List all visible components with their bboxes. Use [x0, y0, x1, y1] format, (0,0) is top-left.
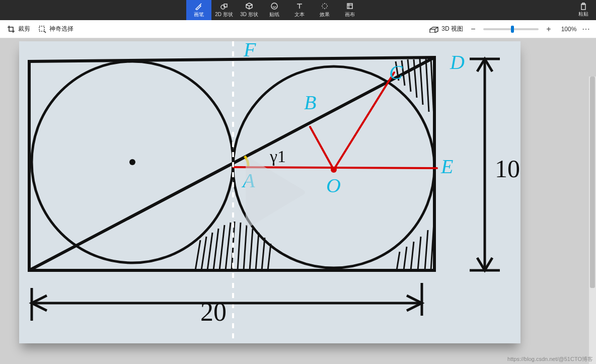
svg-point-2: [271, 3, 277, 9]
tool-2d-shapes[interactable]: 2D 形状: [211, 0, 237, 20]
tool-brush-label: 画笔: [194, 11, 204, 18]
paste-label: 粘贴: [578, 11, 588, 18]
shapes-3d-icon: [245, 2, 253, 10]
sub-toolbar: 裁剪 神奇选择 3D 视图 − + 100% ⋯: [0, 20, 596, 38]
more-button[interactable]: ⋯: [579, 24, 593, 34]
dim-width: 20: [200, 298, 227, 326]
dim-height: 10: [495, 155, 520, 183]
scrollbar-thumb[interactable]: [590, 77, 595, 288]
tool-canvas-label: 画布: [345, 11, 355, 18]
zoom-slider[interactable]: [483, 28, 539, 30]
label-D: D: [450, 51, 465, 74]
crop-label: 裁剪: [18, 25, 30, 33]
tool-stickers-label: 贴纸: [269, 11, 279, 18]
text-icon: [295, 2, 304, 10]
magic-select-icon: [38, 25, 46, 33]
view-3d-icon: [429, 26, 438, 33]
tool-stickers[interactable]: 贴纸: [262, 0, 287, 20]
label-O: O: [326, 174, 341, 197]
view-3d-label: 3D 视图: [441, 25, 463, 33]
vertical-scrollbar[interactable]: [589, 77, 596, 364]
shapes-2d-icon: [220, 2, 228, 10]
zoom-value: 100%: [559, 26, 579, 33]
ribbon-left-spacer: [0, 0, 186, 20]
brush-icon: [195, 2, 203, 10]
svg-rect-3: [347, 4, 352, 9]
stickers-icon: [270, 2, 278, 10]
tool-text[interactable]: 文本: [287, 0, 312, 20]
ribbon-tools: 画笔 2D 形状 3D 形状 贴纸 文本 效果 画布: [186, 0, 362, 20]
svg-rect-7: [19, 41, 520, 343]
label-A: A: [241, 169, 255, 192]
tool-text-label: 文本: [294, 11, 305, 18]
watermark: https://blog.csdn.net/@51CTO博客: [507, 355, 593, 363]
label-E: E: [440, 155, 453, 178]
view-3d-button[interactable]: 3D 视图: [424, 23, 468, 35]
canvas-icon: [346, 2, 354, 10]
crop-button[interactable]: 裁剪: [3, 23, 34, 35]
tool-effects[interactable]: 效果: [312, 0, 337, 20]
workspace: γ1: [0, 38, 596, 364]
zoom-controls: − + 100%: [468, 24, 579, 34]
zoom-in-button[interactable]: +: [544, 24, 554, 34]
paste-icon: [579, 3, 587, 11]
tool-canvas[interactable]: 画布: [337, 0, 362, 20]
paste-button[interactable]: 粘贴: [571, 0, 596, 20]
angle-label: γ1: [269, 147, 286, 166]
zoom-out-button[interactable]: −: [468, 24, 478, 34]
tool-3d-shapes[interactable]: 3D 形状: [237, 0, 262, 20]
tool-2d-label: 2D 形状: [215, 11, 233, 18]
canvas[interactable]: γ1: [19, 41, 520, 343]
label-F: F: [243, 41, 256, 61]
magic-select-label: 神奇选择: [49, 25, 73, 33]
label-B: B: [304, 91, 316, 114]
svg-point-11: [129, 159, 135, 165]
ribbon-spacer: [362, 0, 571, 20]
svg-rect-6: [39, 26, 44, 31]
crop-icon: [7, 25, 15, 33]
tool-effects-label: 效果: [320, 11, 330, 18]
label-C: C: [389, 61, 403, 84]
magic-select-button[interactable]: 神奇选择: [34, 23, 78, 35]
zoom-slider-thumb[interactable]: [511, 26, 514, 33]
diagram-svg: γ1: [19, 41, 520, 343]
top-ribbon: 画笔 2D 形状 3D 形状 贴纸 文本 效果 画布 粘贴: [0, 0, 596, 20]
tool-brush[interactable]: 画笔: [186, 0, 211, 20]
effects-icon: [321, 2, 329, 10]
tool-3d-label: 3D 形状: [240, 11, 258, 18]
